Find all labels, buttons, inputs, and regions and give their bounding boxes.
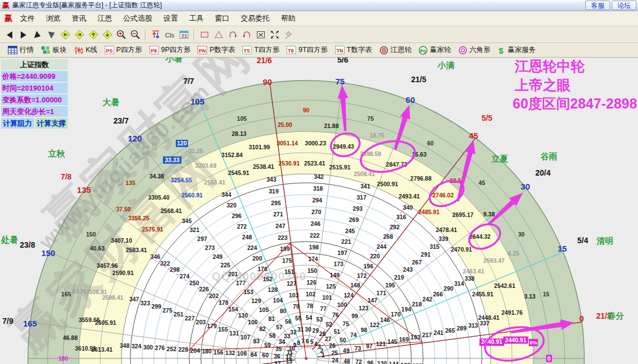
wheel-number: 144 xyxy=(389,361,399,364)
rect-tool-icon[interactable] xyxy=(198,28,211,41)
wheel-number: 247 xyxy=(275,223,285,229)
wheel-number: 165 xyxy=(61,291,71,297)
dia-down-icon[interactable] xyxy=(101,28,114,41)
wheel-number: 50 xyxy=(340,337,346,343)
wheel-number: 5/6 xyxy=(337,58,349,64)
tri-tool-icon[interactable] xyxy=(212,28,225,41)
wheel-number: 348 xyxy=(120,342,130,349)
wheel-number: 7/8 xyxy=(60,172,72,181)
wheel-number: 104 xyxy=(273,297,283,304)
wheel-number: 25.00 xyxy=(278,121,292,128)
menu-item-6[interactable]: 工具 xyxy=(184,13,209,23)
wheel-number: 21/6 xyxy=(257,58,272,65)
wheel-number: 146 xyxy=(380,316,390,323)
wheel-number: 102 xyxy=(306,291,316,297)
view-button-9T四方形[interactable]: T99T四方形 xyxy=(287,45,327,55)
wheel-number: 178 xyxy=(219,299,229,306)
wheel-number: 2440.91 xyxy=(505,337,527,343)
wheel-number: 3051.14 xyxy=(276,140,298,146)
cls-icon[interactable]: Cls xyxy=(163,28,176,41)
next-icon[interactable] xyxy=(17,28,30,41)
wheel-number: 84 xyxy=(250,351,257,358)
view-button-六角形[interactable]: 六角形 xyxy=(458,45,491,55)
wheel-number: 224 xyxy=(247,244,257,251)
arc-cw-icon[interactable] xyxy=(240,28,253,41)
view-button-行情[interactable]: 行情 xyxy=(8,45,34,55)
wheel-center xyxy=(305,357,308,360)
panel-button-0[interactable]: 计算阻力 xyxy=(1,118,34,129)
svg-text:$: $ xyxy=(499,46,504,55)
view-button-P数字表[interactable]: PNP数字表 xyxy=(198,45,235,55)
view-button-赢家轮[interactable]: Big赢家轮 xyxy=(419,45,451,55)
wheel-number: 100 xyxy=(337,301,348,308)
wheel-number: 55 xyxy=(295,315,302,322)
wheel-number: 128 xyxy=(268,286,278,293)
prev-icon[interactable] xyxy=(3,28,16,41)
wheel-number: 195 xyxy=(385,282,395,289)
rot-down-icon[interactable] xyxy=(45,28,58,41)
wheel-number: 3.13 xyxy=(524,293,536,300)
svg-text:PN: PN xyxy=(199,48,207,54)
view-button-板块[interactable]: 板块 xyxy=(41,45,67,55)
view-button-9P四方形[interactable]: P99P四方形 xyxy=(149,45,191,55)
menu-item-2[interactable]: 资讯 xyxy=(66,13,92,23)
wheel-number: 103 xyxy=(289,292,299,299)
menu-item-1[interactable]: 浏览 xyxy=(40,13,66,23)
wheel-number: 2478.41 xyxy=(436,226,457,233)
menu-item-7[interactable]: 窗口 xyxy=(209,13,235,23)
menu-item-9[interactable]: 帮助 xyxy=(275,13,301,23)
wheel-number: 227 xyxy=(185,315,195,322)
wheel-number: 340 xyxy=(403,204,413,211)
expand-icon[interactable] xyxy=(268,28,281,41)
wheel-number: 2542.61 xyxy=(494,282,515,289)
wheel-number: 2796.88 xyxy=(410,175,431,182)
titlebar-button-1[interactable]: 论坛 xyxy=(612,1,636,10)
menu-item-8[interactable]: 交易委托 xyxy=(235,13,275,23)
svg-text:TN: TN xyxy=(336,48,343,54)
wheel-number: 52 xyxy=(326,321,332,328)
view-button-赢家服务[interactable]: $赢家服务 xyxy=(498,45,536,55)
wheel-number: 2545.91 xyxy=(228,169,249,176)
panel-button-1[interactable]: 计算支撑 xyxy=(35,118,68,129)
menu-item-3[interactable]: 江恩 xyxy=(92,13,118,23)
dia-right-icon[interactable] xyxy=(73,28,86,41)
view-button-K线[interactable]: K线 xyxy=(74,45,97,55)
wheel-number: 5/4 xyxy=(578,236,589,245)
svg-text:21: 21 xyxy=(181,33,187,39)
zoom-in-icon[interactable] xyxy=(115,28,128,41)
dia-left-icon[interactable] xyxy=(59,28,72,41)
rot-up-icon[interactable] xyxy=(31,28,44,41)
zoom-out-icon[interactable] xyxy=(129,28,142,41)
menu-bar: 赢 文件浏览资讯江恩公式选股设置工具窗口交易委托帮助 xyxy=(0,11,638,26)
wheel-number: 218 xyxy=(412,301,422,308)
wheel-number: 173 xyxy=(334,261,344,267)
wheel-number: 251 xyxy=(173,311,184,318)
titlebar-button-0[interactable]: 客服 xyxy=(585,1,610,10)
menu-item-4[interactable]: 公式选股 xyxy=(118,13,158,23)
updown-icon[interactable] xyxy=(149,28,162,41)
wheel-number: 132 xyxy=(226,349,236,356)
wheel-number: 28 xyxy=(319,330,326,337)
menu-item-5[interactable]: 设置 xyxy=(158,13,184,23)
wheel-number: 320 xyxy=(227,202,237,209)
solar-term-label: 处暑 xyxy=(1,235,18,244)
view-button-P四方形[interactable]: PSP四方形 xyxy=(105,45,142,55)
wheel-number: 150 xyxy=(41,248,55,258)
dia-up-icon[interactable] xyxy=(87,28,100,41)
arc-ccw-icon[interactable] xyxy=(226,28,239,41)
wheel-number: 165 xyxy=(23,319,37,328)
view-button-T数字表[interactable]: TNT数字表 xyxy=(335,45,372,55)
wheel-number: 97 xyxy=(366,343,373,349)
box-x-icon[interactable] xyxy=(254,28,267,41)
annotation-text: 60度区间2847-2898 xyxy=(513,96,637,111)
wheel-number: 201 xyxy=(228,271,238,277)
wheel-number: 291 xyxy=(421,251,431,258)
calendar-icon[interactable]: 21 xyxy=(177,28,190,41)
wheel-number: 90 xyxy=(262,77,272,87)
view-button-江恩轮[interactable]: 江恩轮 xyxy=(379,45,412,55)
view-button-T四方形[interactable]: TST四方形 xyxy=(242,45,279,55)
menu-logo-icon: 赢 xyxy=(4,13,12,23)
wheel-number: 29 xyxy=(312,327,319,334)
menu-item-0[interactable]: 文件 xyxy=(15,13,40,23)
pin-icon[interactable] xyxy=(282,28,295,41)
